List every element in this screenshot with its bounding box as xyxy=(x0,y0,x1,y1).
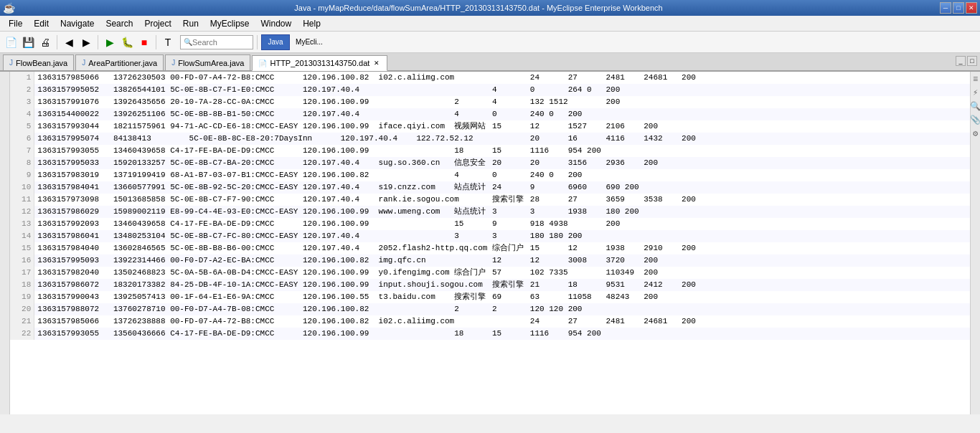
menubar: File Edit Navigate Search Project Run My… xyxy=(0,16,980,32)
line-number: 8 xyxy=(10,157,34,169)
open-type-button[interactable]: T xyxy=(160,34,176,50)
close-button[interactable]: ✕ xyxy=(966,2,977,14)
line-number: 4 xyxy=(10,108,34,120)
tab-flowbean[interactable]: J FlowBean.java xyxy=(3,54,74,70)
table-row: 71363157993055 13460439658 C4-17-FE-BA-D… xyxy=(10,145,970,157)
code-content: 1363157973098 15013685858 5C-0E-8B-C7-F7… xyxy=(34,194,970,206)
line-number: 14 xyxy=(10,230,34,242)
tab-icon-http-dat: 📄 xyxy=(258,60,267,67)
code-view[interactable]: 11363157985066 13726230503 00-FD-07-A4-7… xyxy=(10,72,970,414)
menu-search[interactable]: Search xyxy=(100,16,138,31)
left-gutter xyxy=(0,72,10,414)
menu-run[interactable]: Run xyxy=(177,16,204,31)
minimize-editor-button[interactable]: _ xyxy=(956,56,966,66)
table-row: 31363157991076 13926435656 20-10-7A-28-C… xyxy=(10,96,970,108)
menu-navigate[interactable]: Navigate xyxy=(55,16,100,31)
line-number: 19 xyxy=(10,291,34,303)
titlebar: ☕ Java - myMapReduce/data/flowSumArea/HT… xyxy=(0,0,980,16)
toolbar: 📄 💾 🖨 ◀ ▶ ▶ 🐛 ■ T 🔍 Java MyEcli... xyxy=(0,32,980,53)
line-number: 1 xyxy=(10,72,34,84)
menu-myeclipse[interactable]: MyEclipse xyxy=(204,16,255,31)
code-content: 1363154400022 13926251106 5C-0E-8B-8B-B1… xyxy=(34,108,970,120)
maximize-editor-button[interactable]: □ xyxy=(967,56,977,66)
line-number: 5 xyxy=(10,120,34,133)
code-content: 1363157988072 13760278710 00-F0-D7-A4-7B… xyxy=(34,303,970,315)
line-number: 21 xyxy=(10,315,34,328)
maximize-button[interactable]: □ xyxy=(953,2,964,14)
table-row: 221363157993055 13560436666 C4-17-FE-BA-… xyxy=(10,328,970,340)
table-row: 11363157985066 13726230503 00-FD-07-A4-7… xyxy=(10,72,970,84)
table-row: 171363157982040 13502468823 5C-0A-5B-6A-… xyxy=(10,267,970,279)
tab-http-dat[interactable]: 📄 HTTP_20130313143750.dat ✕ xyxy=(252,55,387,71)
table-row: 201363157988072 13760278710 00-F0-D7-A4-… xyxy=(10,303,970,315)
code-content: 1363157986041 13480253104 5C-0E-8B-C7-FC… xyxy=(34,230,970,242)
tab-label-areapartitioner: AreaPartitioner.java xyxy=(88,59,157,67)
code-content: 1363157986072 18320173382 84-25-DB-4F-10… xyxy=(34,279,970,291)
code-content: 1363157985066 13726230503 00-FD-07-A4-72… xyxy=(34,72,970,84)
tab-flowsumarea[interactable]: J FlowSumArea.java xyxy=(165,54,250,70)
code-content: 1363157993044 18211575961 94-71-AC-CD-E6… xyxy=(34,120,970,133)
line-number: 3 xyxy=(10,96,34,108)
code-content: 1363157991076 13926435656 20-10-7A-28-CC… xyxy=(34,96,970,108)
tab-icon-areapartitioner: J xyxy=(82,59,85,67)
toolbar-separator-4 xyxy=(257,35,258,49)
tab-areapartitioner[interactable]: J AreaPartitioner.java xyxy=(75,54,164,70)
table-row: 211363157985066 13726238888 00-FD-07-A4-… xyxy=(10,315,970,328)
table-row: 61363157995074 84138413 5C-0E-8B-8C-E8-2… xyxy=(10,133,970,145)
menu-project[interactable]: Project xyxy=(138,16,176,31)
tab-close-http-dat[interactable]: ✕ xyxy=(372,60,381,67)
tab-controls: _ □ xyxy=(956,56,977,66)
tab-label-flowsumarea: FlowSumArea.java xyxy=(178,59,244,67)
right-sidebar-icon-5[interactable]: ⚙ xyxy=(973,128,978,139)
java-perspective-button[interactable]: Java xyxy=(261,34,290,50)
code-content: 1363157984040 13602846565 5C-0E-8B-B8-B6… xyxy=(34,242,970,254)
run-button[interactable]: ▶ xyxy=(102,34,118,50)
code-table: 11363157985066 13726230503 00-FD-07-A4-7… xyxy=(10,72,970,340)
line-number: 7 xyxy=(10,145,34,157)
code-body: 11363157985066 13726230503 00-FD-07-A4-7… xyxy=(10,72,970,340)
myecli-perspective-button[interactable]: MyEcli... xyxy=(291,34,327,50)
menu-window[interactable]: Window xyxy=(255,16,298,31)
new-button[interactable]: 📄 xyxy=(3,34,19,50)
print-button[interactable]: 🖨 xyxy=(37,34,53,50)
back-button[interactable]: ◀ xyxy=(61,34,77,50)
code-content: 1363157993055 13460439658 C4-17-FE-BA-DE… xyxy=(34,145,970,157)
menu-help[interactable]: Help xyxy=(297,16,326,31)
table-row: 101363157984041 13660577991 5C-0E-8B-92-… xyxy=(10,181,970,194)
code-content: 1363157983019 13719199419 68-A1-B7-03-07… xyxy=(34,169,970,181)
save-button[interactable]: 💾 xyxy=(20,34,36,50)
forward-button[interactable]: ▶ xyxy=(78,34,94,50)
code-content: 1363157984041 13660577991 5C-0E-8B-92-5C… xyxy=(34,181,970,194)
search-box: 🔍 xyxy=(180,35,253,49)
window-controls: ─ □ ✕ xyxy=(940,2,977,14)
debug-button[interactable]: 🐛 xyxy=(119,34,135,50)
app-icon: ☕ xyxy=(3,2,14,14)
table-row: 41363154400022 13926251106 5C-0E-8B-8B-B… xyxy=(10,108,970,120)
title-text: Java - myMapReduce/data/flowSumArea/HTTP… xyxy=(17,4,940,12)
menu-edit[interactable]: Edit xyxy=(28,16,55,31)
line-number: 2 xyxy=(10,84,34,96)
line-number: 15 xyxy=(10,242,34,254)
code-content: 1363157995052 13826544101 5C-0E-8B-C7-F1… xyxy=(34,84,970,96)
tab-label-flowbean: FlowBean.java xyxy=(16,59,67,67)
line-number: 12 xyxy=(10,206,34,218)
search-icon: 🔍 xyxy=(184,38,192,47)
right-sidebar-icon-2[interactable]: ⚡ xyxy=(973,87,978,98)
line-number: 13 xyxy=(10,218,34,230)
table-row: 121363157986029 15989002119 E8-99-C4-4E-… xyxy=(10,206,970,218)
right-sidebar: ≡ ⚡ 🔍 📎 ⚙ xyxy=(970,72,980,414)
menu-file[interactable]: File xyxy=(3,16,28,31)
line-number: 18 xyxy=(10,279,34,291)
tab-icon-flowsumarea: J xyxy=(171,59,175,67)
stop-button[interactable]: ■ xyxy=(136,34,152,50)
code-content: 1363157995074 84138413 5C-0E-8B-8C-E8-20… xyxy=(34,133,970,145)
table-row: 81363157995033 15920133257 5C-0E-8B-C7-B… xyxy=(10,157,970,169)
right-sidebar-icon-3[interactable]: 🔍 xyxy=(970,101,980,112)
table-row: 161363157995093 13922314466 00-F0-D7-A2-… xyxy=(10,254,970,267)
minimize-button[interactable]: ─ xyxy=(940,2,951,14)
right-sidebar-icon-1[interactable]: ≡ xyxy=(973,75,978,85)
right-sidebar-icon-4[interactable]: 📎 xyxy=(970,115,980,125)
tab-bar: J FlowBean.java J AreaPartitioner.java J… xyxy=(0,53,980,72)
code-content: 1363157990043 13925057413 00-1F-64-E1-E6… xyxy=(34,291,970,303)
search-input[interactable] xyxy=(192,38,250,47)
